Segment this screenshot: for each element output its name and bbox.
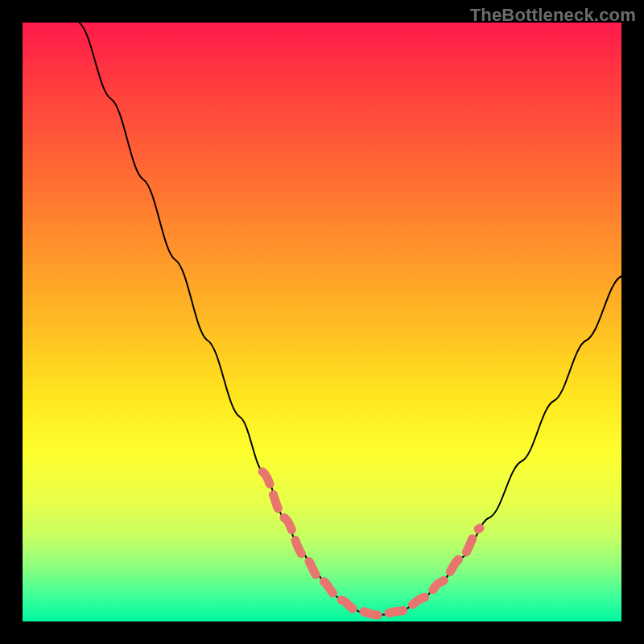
chart-svg [23,23,621,621]
watermark-text: TheBottleneck.com [470,5,636,26]
highlight-dots [262,472,480,615]
outer-frame: TheBottleneck.com [0,0,644,644]
curve-line [79,23,621,615]
